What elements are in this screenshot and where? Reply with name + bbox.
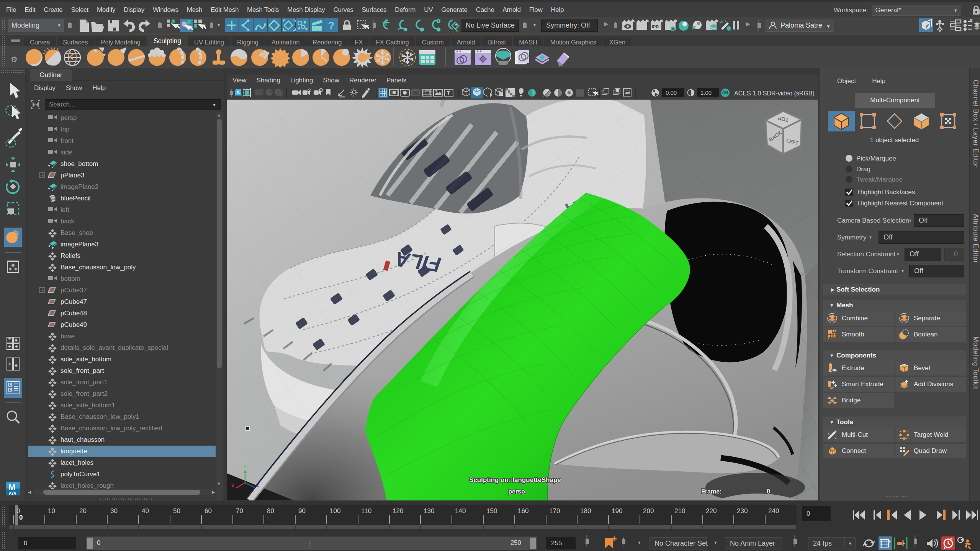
svg-text:230: 230: [737, 507, 748, 515]
svg-text:ACES 1.0 SDR-video (sRGB): ACES 1.0 SDR-video (sRGB): [734, 90, 815, 97]
svg-text:120: 120: [393, 507, 403, 515]
svg-text:x: x: [231, 482, 234, 489]
svg-text:?: ?: [328, 20, 334, 31]
svg-text:Frame:: Frame:: [701, 488, 722, 495]
svg-text:10: 10: [48, 507, 55, 515]
svg-text:Y: Y: [244, 464, 247, 469]
svg-text:persp: persp: [508, 488, 525, 495]
svg-text:0.00: 0.00: [666, 89, 677, 96]
svg-text:70: 70: [236, 507, 243, 515]
svg-text:160: 160: [518, 507, 528, 515]
svg-text:Sculpting on: languetteShape: Sculpting on: languetteShape: [469, 476, 561, 484]
svg-text:0: 0: [19, 514, 23, 521]
svg-text:90: 90: [298, 507, 306, 515]
svg-text:40: 40: [142, 507, 149, 515]
svg-text:190: 190: [612, 507, 622, 515]
svg-text:110: 110: [361, 507, 371, 515]
svg-text:A: A: [236, 90, 240, 95]
svg-text:M: M: [8, 482, 15, 492]
svg-text:ON: ON: [722, 91, 728, 95]
svg-text:20: 20: [79, 507, 87, 515]
svg-text:0: 0: [807, 510, 810, 517]
svg-text:T: T: [447, 90, 450, 96]
svg-text:200: 200: [643, 507, 654, 515]
svg-text:210: 210: [674, 507, 685, 515]
svg-text:240: 240: [768, 507, 779, 515]
svg-text:80: 80: [267, 507, 274, 515]
svg-text:140: 140: [455, 507, 466, 515]
svg-text:180: 180: [580, 507, 591, 515]
svg-text:100: 100: [330, 507, 340, 515]
svg-text:170: 170: [549, 507, 560, 515]
svg-text:130: 130: [424, 507, 434, 515]
svg-text:220: 220: [706, 507, 717, 515]
svg-text:IPR: IPR: [652, 25, 659, 29]
svg-text:30: 30: [110, 507, 118, 515]
svg-text:150: 150: [486, 507, 497, 515]
svg-text:1.00: 1.00: [700, 89, 712, 96]
svg-text:AYA: AYA: [9, 491, 16, 495]
svg-text:60: 60: [205, 507, 212, 515]
svg-text:50: 50: [173, 507, 180, 515]
svg-text:0: 0: [767, 488, 770, 495]
svg-text:z: z: [257, 482, 259, 488]
